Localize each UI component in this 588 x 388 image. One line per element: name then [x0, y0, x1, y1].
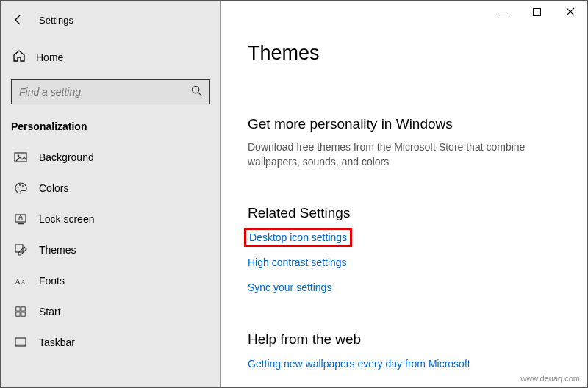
minimize-button[interactable]: [486, 1, 520, 23]
window-controls: [486, 1, 587, 23]
svg-rect-18: [15, 344, 26, 346]
search-input[interactable]: [19, 86, 191, 98]
svg-rect-16: [21, 312, 25, 316]
svg-point-5: [19, 184, 21, 186]
svg-rect-13: [16, 307, 20, 311]
close-icon: [566, 7, 575, 16]
content-pane: Themes Get more personality in Windows D…: [221, 1, 587, 387]
arrow-left-icon: [12, 14, 24, 26]
search-container: [11, 79, 210, 104]
svg-rect-9: [19, 218, 22, 220]
palette-icon: [14, 182, 27, 195]
start-icon: [14, 305, 27, 318]
image-icon: [14, 151, 27, 164]
sidebar-item-label: Colors: [39, 182, 68, 194]
sidebar-item-label: Start: [39, 306, 61, 317]
svg-point-3: [18, 155, 20, 157]
settings-sidebar: Settings Home Personalization Backgro: [1, 1, 221, 387]
related-settings-title: Related Settings: [248, 205, 565, 221]
nav-list: Background Colors Lock screen Themes: [11, 143, 210, 357]
sidebar-item-taskbar[interactable]: Taskbar: [11, 328, 210, 357]
sidebar-item-label: Fonts: [39, 275, 65, 287]
svg-rect-15: [16, 312, 20, 316]
svg-rect-10: [15, 245, 23, 252]
lock-screen-icon: [14, 212, 27, 226]
sidebar-item-label: Background: [39, 151, 94, 163]
home-label: Home: [36, 51, 63, 63]
page-title: Themes: [248, 42, 565, 65]
themes-icon: [14, 243, 27, 256]
link-sync-your-settings[interactable]: Sync your settings: [248, 281, 331, 293]
search-icon: [191, 85, 202, 98]
maximize-icon: [533, 8, 541, 16]
watermark: www.deuaq.com: [520, 374, 580, 383]
search-box[interactable]: [11, 79, 210, 104]
minimize-icon: [499, 8, 507, 16]
svg-rect-14: [21, 307, 25, 311]
sidebar-item-colors[interactable]: Colors: [11, 173, 210, 203]
home-nav[interactable]: Home: [11, 45, 210, 69]
svg-text:A: A: [21, 279, 26, 286]
sidebar-item-themes[interactable]: Themes: [11, 235, 210, 265]
sidebar-item-lock-screen[interactable]: Lock screen: [11, 204, 210, 234]
back-button[interactable]: [11, 12, 26, 27]
home-icon: [12, 49, 26, 65]
sidebar-item-start[interactable]: Start: [11, 297, 210, 326]
sidebar-item-label: Taskbar: [39, 337, 75, 348]
link-help-wallpapers[interactable]: Getting new wallpapers every day from Mi…: [248, 358, 470, 370]
svg-point-6: [22, 185, 24, 187]
taskbar-icon: [14, 336, 27, 349]
sidebar-item-label: Themes: [39, 244, 76, 256]
close-button[interactable]: [553, 1, 587, 23]
svg-line-1: [198, 93, 201, 96]
maximize-button[interactable]: [520, 1, 553, 23]
sidebar-item-label: Lock screen: [39, 213, 94, 225]
sidebar-item-background[interactable]: Background: [11, 143, 210, 172]
svg-point-4: [18, 187, 19, 188]
sidebar-item-fonts[interactable]: AA Fonts: [11, 266, 210, 295]
app-title: Settings: [39, 15, 74, 26]
fonts-icon: AA: [14, 274, 27, 287]
svg-rect-20: [533, 8, 540, 15]
svg-rect-8: [18, 223, 24, 224]
category-header: Personalization: [11, 121, 210, 132]
more-personality-desc: Download free themes from the Microsoft …: [248, 140, 565, 170]
svg-point-0: [192, 86, 198, 93]
link-desktop-icon-settings[interactable]: Desktop icon settings: [248, 231, 348, 243]
help-from-web-title: Help from the web: [248, 331, 565, 348]
link-high-contrast-settings[interactable]: High contrast settings: [248, 256, 347, 268]
more-personality-title: Get more personality in Windows: [248, 116, 565, 132]
